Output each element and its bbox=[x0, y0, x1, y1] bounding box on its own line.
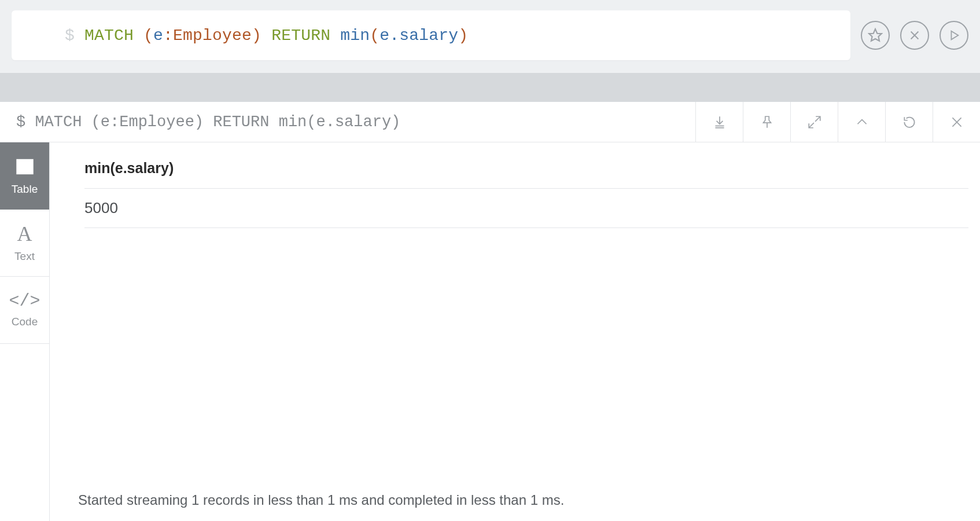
close-result-button[interactable] bbox=[933, 102, 980, 142]
token-rparen: ) bbox=[252, 27, 261, 45]
query-editor[interactable]: $ MATCH (e:Employee) RETURN min(e.salary… bbox=[12, 10, 850, 60]
tab-code[interactable]: </> Code bbox=[0, 277, 49, 344]
toolbar-strip bbox=[0, 73, 980, 102]
svg-marker-0 bbox=[869, 29, 882, 41]
refresh-icon bbox=[902, 115, 917, 130]
tab-code-label: Code bbox=[12, 315, 38, 328]
editor-prompt: $ bbox=[65, 27, 75, 45]
token-match: MATCH bbox=[84, 27, 134, 45]
rerun-button[interactable] bbox=[885, 102, 933, 142]
pin-icon bbox=[760, 115, 775, 130]
token-colon: : bbox=[163, 27, 173, 45]
code-icon: </> bbox=[9, 292, 40, 310]
token-lparen2: ( bbox=[370, 27, 380, 45]
svg-marker-3 bbox=[951, 31, 958, 40]
result-actions bbox=[695, 102, 980, 142]
export-button[interactable] bbox=[695, 102, 743, 142]
token-func-min: min bbox=[340, 27, 370, 45]
svg-line-8 bbox=[815, 116, 820, 122]
token-var-e2: e bbox=[380, 27, 389, 45]
token-var-e: e bbox=[153, 27, 163, 45]
editor-code: MATCH (e:Employee) RETURN min(e.salary) bbox=[65, 27, 468, 45]
collapse-button[interactable] bbox=[838, 102, 885, 142]
tab-text[interactable]: A Text bbox=[0, 210, 49, 277]
expand-icon bbox=[807, 115, 822, 130]
token-label-employee: Employee bbox=[173, 27, 252, 45]
svg-rect-12 bbox=[17, 160, 32, 174]
text-icon: A bbox=[17, 223, 32, 244]
tab-table[interactable]: Table bbox=[0, 142, 49, 210]
token-return: RETURN bbox=[271, 27, 330, 45]
close-icon bbox=[949, 115, 964, 130]
tab-table-label: Table bbox=[12, 183, 38, 196]
clear-button[interactable] bbox=[900, 21, 929, 50]
result-query-echo: $ MATCH (e:Employee) RETURN min(e.salary… bbox=[16, 113, 400, 131]
fullscreen-button[interactable] bbox=[790, 102, 838, 142]
favorite-button[interactable] bbox=[861, 21, 890, 50]
star-icon bbox=[868, 28, 883, 43]
download-icon bbox=[712, 115, 727, 130]
result-body: Table A Text </> Code min(e.salary) 5000… bbox=[0, 142, 980, 521]
token-dot: . bbox=[389, 27, 399, 45]
tab-text-label: Text bbox=[14, 250, 35, 263]
result-header: $ MATCH (e:Employee) RETURN min(e.salary… bbox=[0, 102, 980, 142]
token-lparen: ( bbox=[143, 27, 153, 45]
result-frame: $ MATCH (e:Employee) RETURN min(e.salary… bbox=[0, 102, 980, 521]
chevron-up-icon bbox=[854, 115, 870, 130]
editor-bar: $ MATCH (e:Employee) RETURN min(e.salary… bbox=[0, 0, 980, 73]
play-icon bbox=[948, 29, 960, 42]
token-prop-salary: salary bbox=[399, 27, 458, 45]
view-tabs: Table A Text </> Code bbox=[0, 142, 50, 521]
table-icon bbox=[14, 156, 35, 177]
column-header: min(e.salary) bbox=[84, 142, 968, 189]
run-button[interactable] bbox=[940, 21, 968, 50]
result-content: min(e.salary) 5000 bbox=[50, 142, 980, 521]
result-table: min(e.salary) 5000 bbox=[84, 142, 968, 228]
pin-button[interactable] bbox=[743, 102, 790, 142]
svg-line-9 bbox=[809, 123, 814, 128]
token-rparen2: ) bbox=[458, 27, 468, 45]
close-icon bbox=[908, 29, 921, 42]
table-cell: 5000 bbox=[84, 189, 968, 228]
status-line: Started streaming 1 records in less than… bbox=[78, 492, 564, 508]
